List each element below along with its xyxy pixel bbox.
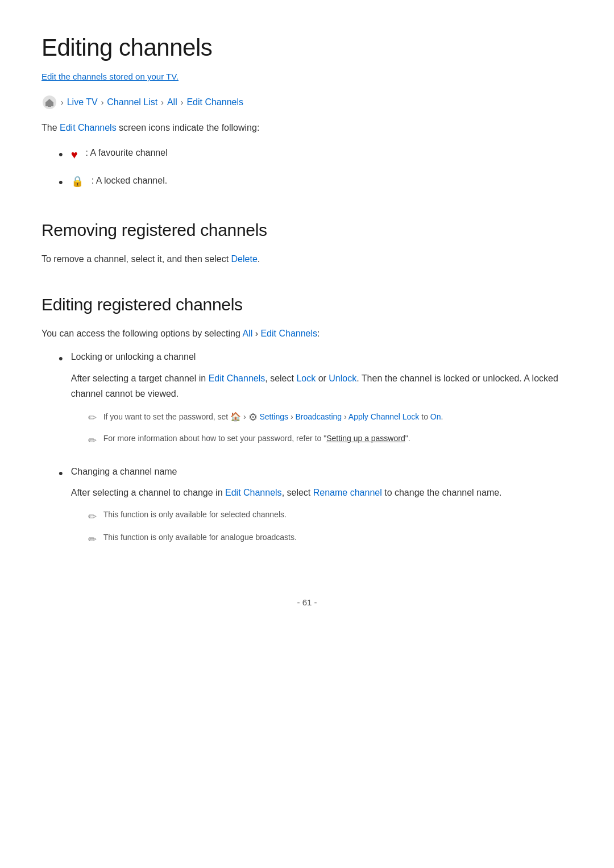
note1-chevron1: ›: [243, 412, 248, 421]
intro-edit-channels-link[interactable]: Edit Channels: [60, 123, 117, 132]
section2-intro: You can access the following options by …: [42, 326, 572, 341]
page-number: - 61 -: [297, 597, 317, 607]
section2-all-link[interactable]: All: [242, 329, 252, 338]
favourite-description: : A favourite channel: [86, 146, 168, 160]
note-4-text: This function is only available for anal…: [103, 531, 297, 543]
bullet-dot-3: •: [59, 348, 63, 369]
page-title: Editing channels: [42, 34, 572, 61]
note1-on-link[interactable]: On: [430, 412, 441, 421]
intro-text-after: screen icons indicate the following:: [117, 123, 260, 132]
locking-body-before: After selecting a target channel in: [71, 373, 209, 383]
note-3-text: This function is only available for sele…: [103, 508, 287, 521]
subtitle: Edit the channels stored on your TV.: [42, 72, 572, 82]
note-2-text: For more information about how to set yo…: [103, 432, 410, 445]
section2-intro-after: :: [317, 329, 320, 338]
breadcrumb-chevron-1: ›: [61, 98, 64, 107]
renaming-edit-channels-link[interactable]: Edit Channels: [225, 488, 282, 497]
note1-chevron3: ›: [344, 412, 349, 421]
section1-title: Removing registered channels: [42, 221, 572, 240]
heart-icon: ♥: [71, 148, 78, 161]
locking-edit-channels-link[interactable]: Edit Channels: [209, 373, 265, 383]
locking-lock-link[interactable]: Lock: [296, 373, 316, 383]
breadcrumb-channel-list[interactable]: Channel List: [107, 97, 157, 107]
renaming-label: Changing a channel name: [71, 464, 572, 479]
locking-body-mid2: or: [316, 373, 329, 383]
pencil-icon-1: ✏: [88, 410, 97, 426]
breadcrumb: › Live TV › Channel List › All › Edit Ch…: [42, 94, 572, 110]
note1-apply-link[interactable]: Apply Channel Lock: [349, 412, 420, 421]
note-4: ✏ This function is only available for an…: [88, 531, 572, 548]
subtitle-text: Edit the channels stored on your TV.: [42, 72, 179, 81]
pencil-icon-4: ✏: [88, 531, 97, 548]
section2-edit-channels-link[interactable]: Edit Channels: [260, 329, 317, 338]
lock-icon-inline: 🔒: [71, 173, 84, 190]
bullet-dot-4: •: [59, 463, 63, 484]
renaming-body-mid: , select: [282, 488, 313, 497]
breadcrumb-live-tv[interactable]: Live TV: [67, 97, 98, 107]
section1-body-after: .: [258, 254, 260, 264]
renaming-body-after: to change the channel name.: [382, 488, 502, 497]
bullet-dot-2: •: [59, 172, 63, 192]
note2-before: For more information about how to set yo…: [103, 434, 326, 443]
note1-end: .: [441, 412, 443, 421]
intro-text-before: The: [42, 123, 60, 132]
icons-list: • ♥ : A favourite channel • 🔒 : A locked…: [47, 146, 572, 192]
section1-body: To remove a channel, select it, and then…: [42, 251, 572, 267]
note-3: ✏ This function is only available for se…: [88, 508, 572, 525]
list-item-locking: • Locking or unlocking a channel After s…: [59, 349, 572, 453]
note1-home-icon: 🏠: [230, 412, 241, 421]
section2-chevron: ›: [252, 329, 260, 338]
locking-body: After selecting a target channel in Edit…: [71, 371, 572, 401]
section2-items-list: • Locking or unlocking a channel After s…: [47, 349, 572, 552]
list-item-renaming: • Changing a channel name After selectin…: [59, 464, 572, 553]
breadcrumb-edit-channels[interactable]: Edit Channels: [186, 97, 243, 107]
section1-delete-link[interactable]: Delete: [231, 254, 258, 264]
note-1: ✏ If you want to set the password, set 🏠…: [88, 409, 572, 426]
note-2: ✏ For more information about how to set …: [88, 432, 572, 449]
locked-description: : A locked channel.: [92, 173, 167, 188]
renaming-rename-link[interactable]: Rename channel: [313, 488, 382, 497]
renaming-body: After selecting a channel to change in E…: [71, 485, 572, 500]
locking-content: Locking or unlocking a channel After sel…: [71, 349, 572, 453]
breadcrumb-chevron-2: ›: [101, 98, 104, 107]
list-item-favourite: • ♥ : A favourite channel: [59, 146, 572, 164]
locking-body-mid1: , select: [265, 373, 296, 383]
note1-settings-icon: ⚙: [248, 412, 258, 423]
note2-password-link[interactable]: Setting up a password: [326, 434, 405, 443]
breadcrumb-chevron-3: ›: [161, 98, 164, 107]
home-icon[interactable]: [42, 94, 57, 110]
note2-after: ".: [405, 434, 410, 443]
locking-label: Locking or unlocking a channel: [71, 349, 572, 364]
section1-body-before: To remove a channel, select it, and then…: [42, 254, 231, 264]
note-1-text: If you want to set the password, set 🏠 ›…: [103, 409, 443, 426]
favourite-icon-inline: ♥: [71, 146, 78, 164]
page-footer: - 61 -: [42, 597, 572, 607]
bullet-dot-1: •: [59, 144, 63, 164]
lock-icon: 🔒: [71, 176, 84, 187]
section2-intro-before: You can access the following options by …: [42, 329, 242, 338]
renaming-body-before: After selecting a channel to change in: [71, 488, 225, 497]
breadcrumb-chevron-4: ›: [181, 98, 184, 107]
renaming-content: Changing a channel name After selecting …: [71, 464, 572, 553]
intro-text: The Edit Channels screen icons indicate …: [42, 121, 572, 135]
locking-unlock-link[interactable]: Unlock: [329, 373, 356, 383]
svg-rect-1: [48, 104, 51, 107]
note1-settings-link[interactable]: Settings: [259, 412, 288, 421]
section2-title: Editing registered channels: [42, 295, 572, 314]
pencil-icon-2: ✏: [88, 433, 97, 449]
note1-broadcasting-link[interactable]: Broadcasting: [295, 412, 342, 421]
list-item-locked: • 🔒 : A locked channel.: [59, 173, 572, 192]
note1-before: If you want to set the password, set: [103, 412, 230, 421]
breadcrumb-all[interactable]: All: [167, 97, 177, 107]
note1-text-after: to: [421, 412, 430, 421]
pencil-icon-3: ✏: [88, 509, 97, 525]
